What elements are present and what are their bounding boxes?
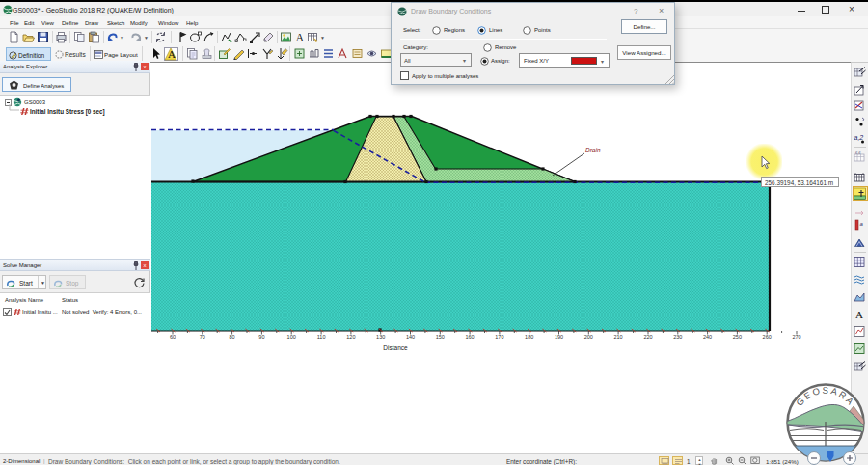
svg-text:240: 240 — [703, 334, 712, 340]
svg-text:170: 170 — [495, 334, 503, 340]
svg-text:Drain: Drain — [585, 147, 601, 153]
svg-text:220: 220 — [643, 334, 652, 340]
svg-text:100: 100 — [287, 334, 296, 340]
svg-text:A: A — [855, 309, 863, 320]
svg-text:180: 180 — [525, 334, 533, 340]
svg-text:A: A — [168, 48, 176, 60]
svg-text:110: 110 — [317, 334, 326, 340]
svg-text:190: 190 — [555, 334, 563, 340]
svg-text:6,6: 6,6 — [855, 151, 861, 155]
svg-text:200: 200 — [584, 334, 593, 340]
svg-text:120: 120 — [346, 334, 355, 340]
svg-text:70: 70 — [200, 334, 205, 340]
svg-text:270: 270 — [792, 334, 800, 340]
svg-text:130: 130 — [376, 334, 385, 340]
svg-text:A: A — [296, 31, 305, 43]
svg-text:140: 140 — [406, 334, 415, 340]
svg-text:210: 210 — [614, 334, 623, 340]
svg-text:260: 260 — [763, 334, 772, 340]
svg-text:80: 80 — [230, 334, 235, 340]
svg-text:230: 230 — [673, 334, 682, 340]
svg-text:a,2: a,2 — [854, 134, 864, 141]
svg-text:150: 150 — [436, 334, 445, 340]
svg-text:a: a — [860, 221, 864, 227]
svg-text:160: 160 — [466, 334, 475, 340]
svg-text:90: 90 — [258, 334, 264, 340]
svg-text:60: 60 — [170, 334, 176, 340]
svg-text:Distance: Distance — [383, 344, 408, 351]
svg-text:250: 250 — [733, 334, 742, 340]
